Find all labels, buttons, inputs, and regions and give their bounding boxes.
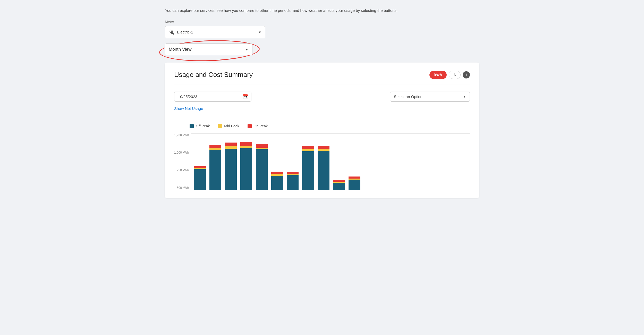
option-select[interactable]: Select an Option ▼ [390,92,470,102]
y-label-1250: 1,250 kWh [174,133,189,137]
bar-group [256,144,268,190]
date-input[interactable] [174,92,251,102]
option-selected-value: Select an Option [394,94,422,99]
on-peak-segment [240,142,252,146]
on-peak-label: On Peak [254,124,268,128]
off-peak-segment [302,151,314,190]
summary-header: Usage and Cost Summary kWh $ i [174,71,470,84]
y-label-1000: 1,000 kWh [174,151,189,154]
toggle-dollar-button[interactable]: $ [449,71,461,79]
mid-peak-segment [302,149,314,151]
bar-group [194,166,206,190]
meter-label: Meter [165,20,479,24]
on-peak-segment [271,172,283,174]
off-peak-segment [271,176,283,190]
on-peak-segment [256,144,268,148]
meter-selected-value: Electric-1 [177,30,193,34]
month-view-select[interactable]: Month View ▼ [165,43,252,55]
y-label-500: 500 kWh [177,186,189,190]
show-net-usage-link[interactable]: Show Net Usage [174,106,203,111]
on-peak-segment [318,146,329,149]
bar-group [318,146,329,190]
legend: Off Peak Mid Peak On Peak [174,124,470,128]
legend-item-mid-peak: Mid Peak [218,124,239,128]
mid-peak-segment [225,146,237,149]
off-peak-segment [287,175,299,190]
mid-peak-dot [218,124,222,128]
toggle-kwh-button[interactable]: kWh [429,71,447,79]
date-input-wrapper: 📅 [174,92,251,102]
mid-peak-label: Mid Peak [224,124,239,128]
info-icon[interactable]: i [463,71,470,78]
calendar-icon[interactable]: 📅 [243,94,248,99]
off-peak-segment [194,169,206,190]
legend-item-off-peak: Off Peak [190,124,210,128]
plug-icon: 🔌 [169,29,174,35]
toggle-group: kWh $ i [429,71,470,79]
controls-row: 📅 Select an Option ▼ [174,92,470,102]
mid-peak-segment [240,146,252,148]
page-container: You can explore our services, see how yo… [155,0,489,206]
off-peak-segment [333,183,345,190]
bar-group [240,142,252,190]
off-peak-segment [225,149,237,190]
on-peak-segment [302,146,314,149]
month-view-selected-value: Month View [169,47,192,52]
y-label-750: 750 kWh [177,169,189,172]
month-view-wrapper: Month View ▼ [165,43,252,55]
meter-select-wrapper: 🔌 Electric-1 ▼ [165,26,265,38]
on-peak-dot [248,124,252,128]
on-peak-segment [287,172,299,174]
chart-inner [191,133,470,190]
bar-group [333,180,345,190]
on-peak-segment [225,143,237,146]
off-peak-segment [318,151,329,190]
off-peak-segment [209,150,221,190]
off-peak-dot [190,124,194,128]
chart-area: Off Peak Mid Peak On Peak 1,250 kWh 1,00… [174,124,470,190]
main-card: Usage and Cost Summary kWh $ i 📅 Select … [165,63,479,198]
intro-text: You can explore our services, see how yo… [165,8,479,14]
mid-peak-segment [209,148,221,150]
bars-wrapper [191,133,470,190]
off-peak-segment [256,149,268,190]
on-peak-segment [194,166,206,168]
off-peak-label: Off Peak [196,124,210,128]
bar-group [302,146,314,190]
option-select-wrapper: Select an Option ▼ [390,92,470,102]
off-peak-segment [349,180,360,190]
chevron-down-icon: ▼ [258,30,261,34]
meter-select[interactable]: 🔌 Electric-1 ▼ [165,26,265,38]
chart-container: 1,250 kWh 1,000 kWh 750 kWh 500 kWh [174,133,470,190]
mid-peak-segment [318,149,329,151]
bar-group [287,172,299,190]
chevron-down-icon: ▼ [245,47,249,51]
off-peak-segment [240,148,252,190]
on-peak-segment [349,177,360,179]
bar-group [349,177,360,190]
bar-group [271,172,283,190]
legend-item-on-peak: On Peak [248,124,268,128]
chevron-down-icon: ▼ [463,95,466,99]
bar-group [225,143,237,190]
y-axis: 1,250 kWh 1,000 kWh 750 kWh 500 kWh [174,133,191,190]
on-peak-segment [209,145,221,148]
bar-group [209,145,221,190]
summary-title: Usage and Cost Summary [174,71,253,79]
